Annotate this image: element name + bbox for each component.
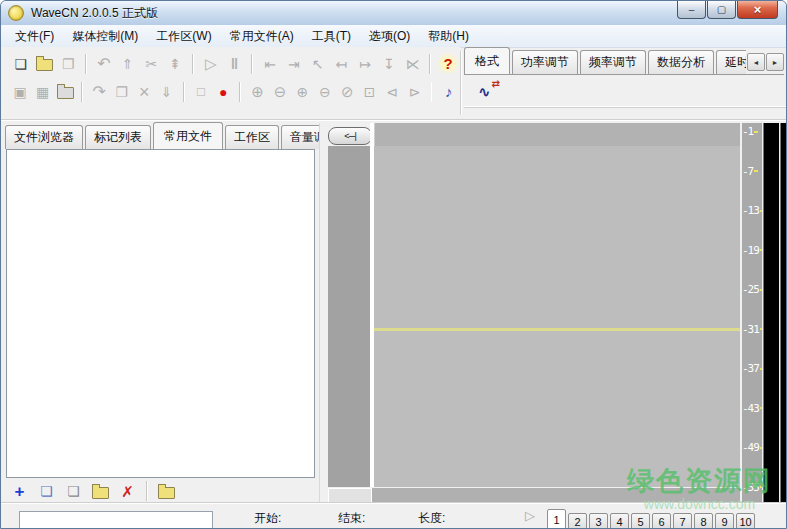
window-controls: – ▢ ×: [676, 1, 778, 19]
play-icon[interactable]: ▷: [199, 53, 223, 74]
ruler-tick: [760, 407, 762, 409]
record-icon[interactable]: ●: [212, 81, 234, 102]
wave-editor: <---| -1-7-13-19-25-31-37-43-49-55: [326, 123, 786, 504]
stop-icon[interactable]: □: [190, 81, 212, 102]
file-panel: 文件浏览器标记列表常用文件工作区音量调节 +❏❏✗: [3, 123, 319, 504]
page-button-1[interactable]: 1: [547, 509, 566, 529]
save-file-icon[interactable]: ▣: [9, 81, 31, 102]
paste-special-icon[interactable]: ⇓: [155, 81, 177, 102]
page-button-2[interactable]: 2: [568, 513, 587, 529]
close-all-icon[interactable]: [54, 81, 76, 102]
ruler-tick: [760, 486, 762, 488]
zoom-box-icon[interactable]: ⊡: [358, 81, 380, 102]
cut-icon[interactable]: ✂: [140, 53, 164, 74]
pause-icon[interactable]: ‖: [223, 53, 247, 74]
tab-marker-list[interactable]: 标记列表: [85, 125, 151, 149]
tab-delay[interactable]: 延时: [716, 50, 746, 74]
menu-item-0[interactable]: 文件(F): [6, 25, 63, 48]
collapse-panel-button[interactable]: <---|: [328, 127, 372, 145]
page-button-4[interactable]: 4: [610, 513, 629, 529]
volume-list-icon[interactable]: ♪: [437, 81, 459, 102]
ruler-tick: [754, 170, 758, 172]
waveform-canvas[interactable]: [374, 146, 740, 487]
delete-icon[interactable]: ×: [133, 81, 155, 102]
format-convert-icon[interactable]: ∿ ⇄: [478, 81, 498, 99]
revert-file-icon[interactable]: ❐: [56, 53, 80, 74]
ruler-label: -43: [742, 402, 762, 415]
copy-icon[interactable]: ❐: [111, 81, 133, 102]
page-button-6[interactable]: 6: [652, 513, 671, 529]
zoom-left-icon[interactable]: ⊲: [381, 81, 403, 102]
menu-bar: 文件(F)媒体控制(M)工作区(W)常用文件(A)工具(T)选项(O)帮助(H): [1, 25, 786, 48]
marker-select-icon[interactable]: ⋉: [401, 53, 425, 74]
tab-common-files[interactable]: 常用文件: [153, 122, 223, 149]
status-bar: 开始: 结束: 长度: ▷ 12345678910: [1, 503, 786, 528]
play-indicator-icon[interactable]: ▷: [525, 508, 535, 523]
delete-item-icon[interactable]: ✗: [114, 481, 141, 502]
length-label: 长度:: [418, 510, 445, 527]
page-button-3[interactable]: 3: [589, 513, 608, 529]
zoom-selection-out-icon[interactable]: ⊖: [314, 81, 336, 102]
close-button[interactable]: ×: [737, 1, 778, 19]
extract-file-icon[interactable]: ❏: [60, 481, 87, 502]
page-button-10[interactable]: 10: [736, 513, 755, 529]
zoom-right-icon[interactable]: ⊳: [403, 81, 425, 102]
tab-data-analysis[interactable]: 数据分析: [648, 50, 714, 74]
select-to-start-icon[interactable]: ⇤: [258, 53, 282, 74]
open-file-icon[interactable]: [33, 53, 57, 74]
zoom-in-icon[interactable]: ⊕: [246, 81, 268, 102]
marker-drop-icon[interactable]: ↧: [377, 53, 401, 74]
menu-item-5[interactable]: 选项(O): [360, 25, 419, 48]
toolbar-separator: [429, 54, 431, 74]
add-folder-icon[interactable]: [87, 481, 114, 502]
tabs-scroll-left-button[interactable]: ◄: [747, 53, 765, 71]
maximize-button[interactable]: ▢: [707, 1, 736, 19]
redo-icon[interactable]: ↷: [88, 81, 110, 102]
tabs-scroll-right-button[interactable]: ►: [766, 53, 784, 71]
ruler-tick: [760, 328, 762, 330]
menu-item-3[interactable]: 常用文件(A): [221, 25, 303, 48]
marker-next-icon[interactable]: ↦: [353, 53, 377, 74]
menu-item-1[interactable]: 媒体控制(M): [63, 25, 147, 48]
select-cursor-icon[interactable]: ↖: [306, 53, 330, 74]
page-button-5[interactable]: 5: [631, 513, 650, 529]
app-logo-icon: [8, 5, 24, 21]
new-file-icon[interactable]: ❏: [9, 53, 33, 74]
tab-power-adjust[interactable]: 功率调节: [512, 50, 578, 74]
help-icon[interactable]: ?: [436, 53, 460, 74]
format-panel-body: ∿ ⇄: [464, 74, 784, 105]
toolbar-divider: [460, 51, 462, 115]
menu-item-4[interactable]: 工具(T): [303, 25, 360, 48]
level-meter-right: [780, 123, 787, 506]
toolbar-separator: [81, 82, 83, 102]
level-meter-left: [763, 123, 779, 506]
tab-file-browser[interactable]: 文件浏览器: [5, 125, 83, 149]
zoom-selection-in-icon[interactable]: ⊕: [291, 81, 313, 102]
minimize-button[interactable]: –: [677, 1, 706, 19]
page-button-7[interactable]: 7: [673, 513, 692, 529]
toolbar-separator: [183, 82, 185, 102]
page-button-8[interactable]: 8: [694, 513, 713, 529]
page-button-9[interactable]: 9: [715, 513, 734, 529]
title-bar[interactable]: WaveCN 2.0.0.5 正式版 – ▢ ×: [1, 1, 786, 26]
save-all-icon[interactable]: ▦: [31, 81, 53, 102]
select-to-end-icon[interactable]: ⇥: [282, 53, 306, 74]
tab-format[interactable]: 格式: [464, 47, 510, 74]
tab-freq-adjust[interactable]: 频率调节: [580, 50, 646, 74]
open-folder-icon[interactable]: [153, 481, 180, 502]
zoom-out-icon[interactable]: ⊖: [269, 81, 291, 102]
paste-insert-icon[interactable]: ⇞: [163, 53, 187, 74]
menu-item-2[interactable]: 工作区(W): [147, 25, 220, 48]
tab-workspace[interactable]: 工作区: [225, 125, 279, 149]
end-label: 结束:: [338, 510, 365, 527]
undo-icon[interactable]: ↶: [92, 53, 116, 74]
folder-glyph: [158, 487, 175, 499]
common-files-list[interactable]: [6, 149, 315, 478]
add-item-icon[interactable]: +: [6, 481, 33, 502]
add-file-icon[interactable]: ❏: [33, 481, 60, 502]
zoom-off-icon[interactable]: ⊘: [336, 81, 358, 102]
client-separator: [1, 119, 786, 121]
marker-prev-icon[interactable]: ↤: [329, 53, 353, 74]
mix-paste-icon[interactable]: ⇑: [116, 53, 140, 74]
menu-item-6[interactable]: 帮助(H): [419, 25, 478, 48]
